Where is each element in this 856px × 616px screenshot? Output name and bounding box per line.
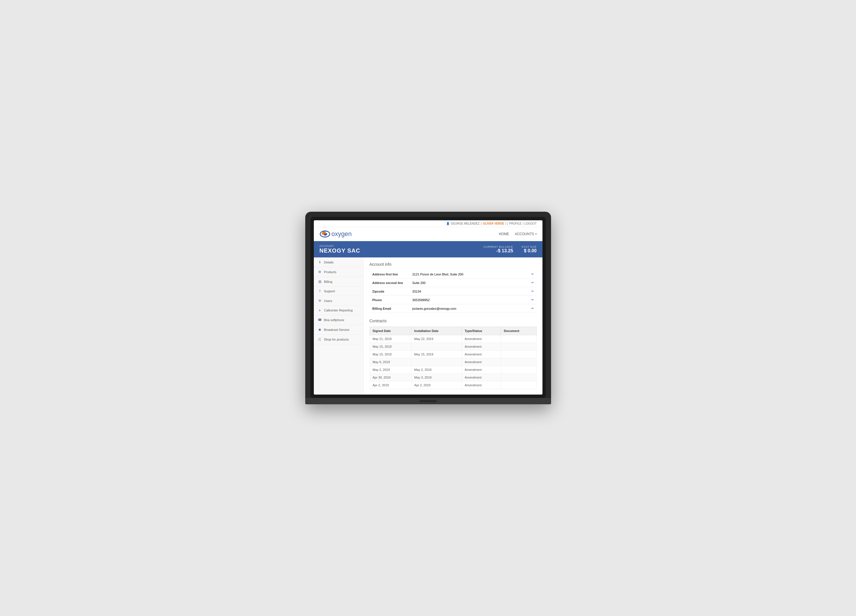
contracts-header-row: Signed Date Installation Date Type/Statu… — [369, 327, 536, 335]
logout-link[interactable]: LOGOUT — [525, 222, 536, 225]
field-value-email: joctanis.gonzalez@nexogy.com — [410, 304, 528, 313]
details-icon: ℹ — [318, 260, 322, 264]
sidebar-item-billing[interactable]: ▨ Billing — [314, 277, 363, 287]
cell-installation: May 2, 2019 — [411, 366, 462, 374]
field-value-zipcode: 33134 — [410, 287, 528, 296]
field-value-phone: 3053588952 — [410, 296, 528, 304]
cell-installation: May 3, 2019 — [411, 374, 462, 381]
cell-installation — [411, 343, 462, 350]
topbar-pipe: | — [507, 222, 508, 225]
edit-phone-icon[interactable]: ✏ — [531, 298, 534, 301]
account-info-table: Address first line 2121 Ponce de Leon Bl… — [369, 270, 537, 313]
sidebar-item-shop[interactable]: 🛒 Shop for products — [314, 335, 363, 344]
account-label: ACCOUNT — [320, 244, 360, 247]
table-row: May 2, 2019 May 2, 2019 Amendment — [369, 366, 536, 374]
cell-installation: Apr 2, 2019 — [411, 381, 462, 389]
chevron-down-icon: ▾ — [535, 233, 537, 235]
col-signed-date: Signed Date — [369, 327, 411, 335]
sidebar-item-users[interactable]: ⚙ Users — [314, 296, 363, 306]
account-balance-section: CURRENT BALANCE -$ 13.25 PAST DUE $ 0.00 — [483, 246, 537, 253]
sidebar-item-details-label: Details — [324, 261, 334, 264]
edit-address2-icon[interactable]: ✏ — [531, 281, 534, 284]
table-row: May 15, 2019 Amendment — [369, 343, 536, 350]
field-label-email: Billing Email — [369, 304, 410, 313]
screen: 👤 GEORGE MELENDEZ ( OLIVER VERDE ) | PRO… — [314, 220, 542, 395]
user-icon: 👤 — [446, 222, 450, 225]
nav-accounts[interactable]: ACCOUNTS ▾ — [515, 232, 536, 236]
cell-document — [501, 366, 536, 374]
users-icon: ⚙ — [318, 299, 322, 303]
screen-bezel: 👤 GEORGE MELENDEZ ( OLIVER VERDE ) | PRO… — [310, 217, 546, 398]
cell-installation: May 15, 2019 — [411, 350, 462, 358]
logo-svg-icon — [320, 230, 330, 238]
broadcast-icon: ◉ — [318, 328, 322, 332]
account-name: NEXOGY SAC — [320, 247, 360, 254]
nav-home[interactable]: HOME — [499, 232, 509, 236]
sidebar-item-bria-label: Bria softphone — [324, 318, 345, 322]
cell-document — [501, 335, 536, 343]
topbar-pipe2: | — [523, 222, 523, 225]
col-type-status: Type/Status — [462, 327, 501, 335]
laptop-bottom — [305, 398, 551, 404]
sidebar-item-users-label: Users — [324, 299, 333, 303]
field-label-address2: Address second line — [369, 278, 410, 287]
field-value-address2: Suite 200 — [410, 278, 528, 287]
info-row-address2: Address second line Suite 200 ✏ — [369, 278, 537, 287]
contracts-title: Contracts — [369, 319, 537, 323]
past-due: PAST DUE $ 0.00 — [522, 246, 536, 253]
info-row-zipcode: Zipcode 33134 ✏ — [369, 287, 537, 296]
sidebar-item-details[interactable]: ℹ Details — [314, 257, 363, 267]
current-balance: CURRENT BALANCE -$ 13.25 — [483, 246, 513, 253]
cell-document — [501, 350, 536, 358]
cell-type: Amendment — [462, 366, 501, 374]
account-title-section: ACCOUNT NEXOGY SAC — [320, 244, 360, 254]
callcenter-icon: ≡ — [318, 309, 322, 312]
sidebar-item-callcenter-label: Callcenter Reporting — [324, 309, 353, 312]
user-info: 👤 GEORGE MELENDEZ ( OLIVER VERDE ) | PRO… — [446, 222, 537, 225]
sidebar-item-products[interactable]: ⊞ Products — [314, 267, 363, 277]
main-content: ℹ Details ⊞ Products ▨ Billing ? Support — [314, 257, 542, 395]
field-value-address1: 2121 Ponce de Leon Blvd, Suite 200 — [410, 270, 528, 278]
sidebar: ℹ Details ⊞ Products ▨ Billing ? Support — [314, 257, 364, 395]
billing-icon: ▨ — [318, 280, 322, 283]
cell-installation: May 22, 2019 — [411, 335, 462, 343]
table-row: Apr 30, 2019 May 3, 2019 Amendment — [369, 374, 536, 381]
laptop-notch — [420, 400, 437, 402]
cell-document — [501, 381, 536, 389]
laptop-frame: 👤 GEORGE MELENDEZ ( OLIVER VERDE ) | PRO… — [305, 212, 551, 404]
sidebar-item-billing-label: Billing — [324, 280, 333, 283]
cell-document — [501, 374, 536, 381]
topbar-separator2: ) — [505, 222, 506, 225]
profile-link[interactable]: PROFILE — [509, 222, 522, 225]
contracts-table: Signed Date Installation Date Type/Statu… — [369, 327, 537, 389]
cell-signed: Apr 2, 2019 — [369, 381, 411, 389]
sidebar-item-shop-label: Shop for products — [324, 338, 349, 341]
cell-signed: May 21, 2019 — [369, 335, 411, 343]
shop-icon: 🛒 — [318, 338, 322, 341]
cell-installation — [411, 358, 462, 366]
sidebar-item-support[interactable]: ? Support — [314, 287, 363, 296]
field-label-address1: Address first line — [369, 270, 410, 278]
sidebar-item-bria[interactable]: ☎ Bria softphone — [314, 315, 363, 325]
support-icon: ? — [318, 289, 322, 293]
cell-signed: Apr 30, 2019 — [369, 374, 411, 381]
nav-accounts-label: ACCOUNTS — [515, 232, 534, 236]
user-name: GEORGE MELENDEZ — [451, 222, 480, 225]
table-row: May 21, 2019 May 22, 2019 Amendment — [369, 335, 536, 343]
cell-type: Amendment — [462, 343, 501, 350]
cell-type: Amendment — [462, 374, 501, 381]
col-installation-date: Installation Date — [411, 327, 462, 335]
edit-email-icon[interactable]: ✏ — [531, 307, 534, 310]
logo-rest: xygen — [335, 230, 352, 237]
balance-label: CURRENT BALANCE — [483, 246, 513, 248]
account-header: ACCOUNT NEXOGY SAC CURRENT BALANCE -$ 13… — [314, 241, 542, 257]
info-row-address1: Address first line 2121 Ponce de Leon Bl… — [369, 270, 537, 278]
edit-address1-icon[interactable]: ✏ — [531, 272, 534, 276]
sidebar-item-broadcast[interactable]: ◉ Broadcast Service — [314, 325, 363, 335]
edit-zipcode-icon[interactable]: ✏ — [531, 289, 534, 293]
cell-signed: May 15, 2019 — [369, 350, 411, 358]
company-name: OLIVER VERDE — [483, 222, 504, 225]
sidebar-item-callcenter[interactable]: ≡ Callcenter Reporting — [314, 306, 363, 315]
past-due-value: $ 0.00 — [522, 248, 536, 253]
table-row: Apr 2, 2019 Apr 2, 2019 Amendment — [369, 381, 536, 389]
